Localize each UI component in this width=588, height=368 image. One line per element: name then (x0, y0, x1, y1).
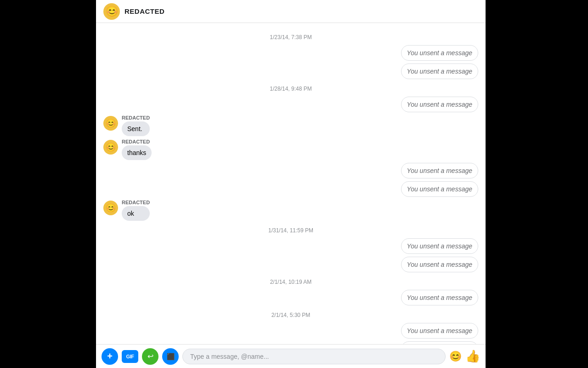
sent-bubble: You unsent a message (401, 238, 478, 254)
header-avatar: 😊 (103, 3, 120, 20)
sent-bubble: You unsent a message (401, 323, 478, 339)
message-row: You unsent a message (103, 238, 478, 254)
received-bubble: thanks (122, 145, 152, 160)
sent-bubble: You unsent a message (401, 45, 478, 61)
header-name: REDACTED (124, 7, 164, 15)
message-input[interactable] (182, 349, 446, 364)
timestamp-divider: 1/31/14, 11:59 PM (103, 227, 478, 234)
sticker-button[interactable]: ↩ (142, 348, 158, 365)
sent-bubble: You unsent a message (401, 181, 478, 197)
timestamp-divider: 2/1/14, 10:19 AM (103, 279, 478, 285)
message-row: 😊REDACTEDthanks (103, 139, 478, 160)
sent-bubble: You unsent a message (401, 163, 478, 178)
message-row: You unsent a message (103, 290, 478, 305)
timestamp-divider: 2/1/14, 5:30 PM (103, 312, 478, 318)
add-icon: + (107, 351, 113, 362)
message-row: 😊REDACTEDSent. (103, 115, 478, 136)
received-bubble: ok (122, 206, 150, 221)
gif-button[interactable]: GIF (122, 350, 138, 363)
add-button[interactable]: + (102, 348, 118, 365)
message-group: REDACTEDok (122, 200, 150, 221)
gif-label: GIF (126, 354, 134, 359)
avatar: 😊 (103, 140, 118, 155)
message-row: You unsent a message (103, 97, 478, 112)
avatar: 😊 (103, 201, 118, 215)
emoji-button[interactable]: 😊 (449, 351, 462, 362)
sender-name: REDACTED (122, 139, 152, 144)
message-row: You unsent a message (103, 63, 478, 79)
avatar: 😊 (103, 116, 118, 131)
messages-area[interactable]: 1/23/14, 7:38 PMYou unsent a messageYou … (96, 23, 486, 344)
message-row: You unsent a message (103, 181, 478, 197)
photo-button[interactable]: ⬛ (162, 348, 179, 365)
chat-header: 😊 REDACTED (96, 0, 486, 23)
sender-name: REDACTED (122, 200, 150, 205)
timestamp-divider: 1/28/14, 9:48 PM (103, 86, 478, 92)
message-group: REDACTEDSent. (122, 115, 150, 136)
message-row: 😊REDACTEDok (103, 200, 478, 221)
chat-window: 😊 REDACTED 1/23/14, 7:38 PMYou unsent a … (96, 0, 486, 368)
message-group: REDACTEDthanks (122, 139, 152, 160)
message-row: You unsent a message (103, 163, 478, 178)
like-icon: 👍 (465, 349, 480, 363)
sent-bubble: You unsent a message (401, 63, 478, 79)
sent-bubble: You unsent a message (401, 290, 478, 305)
sticker-icon: ↩ (147, 352, 153, 361)
like-button[interactable]: 👍 (465, 349, 480, 363)
timestamp-divider: 1/23/14, 7:38 PM (103, 34, 478, 40)
received-bubble: Sent. (122, 121, 150, 136)
sent-bubble: You unsent a message (401, 97, 478, 112)
emoji-icon: 😊 (449, 351, 462, 362)
message-row: You unsent a message (103, 45, 478, 61)
message-row: You unsent a message (103, 323, 478, 339)
header-avatar-emoji: 😊 (106, 6, 118, 17)
sender-name: REDACTED (122, 115, 150, 121)
sent-bubble: You unsent a message (401, 257, 478, 272)
photo-icon: ⬛ (167, 353, 175, 360)
message-row: You unsent a message (103, 257, 478, 272)
input-bar: + GIF ↩ ⬛ 😊 👍 (96, 344, 486, 368)
